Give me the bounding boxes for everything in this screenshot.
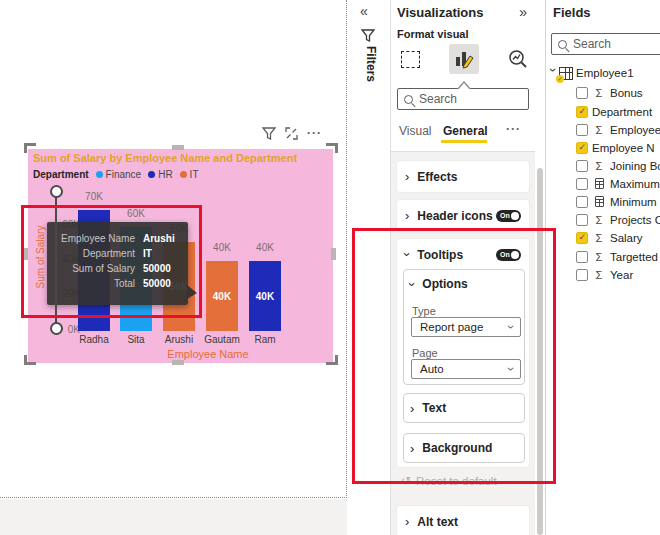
page-label: Page	[412, 347, 438, 359]
visualizations-title: Visualizations	[397, 5, 483, 20]
section-header-icons[interactable]: Header icons On	[396, 199, 530, 232]
pane-scrollbar[interactable]	[537, 168, 543, 535]
field-checkbox[interactable]	[576, 269, 588, 281]
data-label: 60K	[116, 208, 156, 219]
field-checkbox-checked[interactable]	[576, 142, 588, 154]
legend-item-finance[interactable]: Finance	[96, 169, 142, 180]
field-row-maximum[interactable]: Maximum Pr	[546, 175, 660, 193]
filter-funnel-icon[interactable]	[262, 127, 276, 140]
resize-handle[interactable]	[172, 360, 184, 365]
expand-chevron-icon[interactable]	[519, 4, 527, 20]
format-search-box[interactable]	[397, 88, 529, 110]
options-header[interactable]: Options	[404, 270, 524, 298]
axis-slider-handle-bottom[interactable]	[50, 322, 63, 335]
data-label: 40K	[202, 242, 242, 253]
field-checkbox[interactable]	[576, 214, 588, 226]
bar-gautam[interactable]: 40K	[206, 261, 238, 331]
dropdown-chevron-icon	[504, 325, 518, 329]
chevron-down-icon	[405, 282, 420, 286]
canvas-outside-area	[0, 499, 347, 535]
field-row-department[interactable]: Department	[546, 103, 652, 121]
field-checkbox[interactable]	[576, 124, 588, 136]
field-row-employee-id[interactable]: Employee Id	[546, 121, 660, 139]
tooltips-text-group[interactable]: Text	[403, 393, 525, 423]
field-checkbox-checked[interactable]	[576, 106, 588, 118]
field-checkbox[interactable]	[576, 178, 588, 190]
resize-handle[interactable]	[326, 143, 338, 153]
data-label: 40K	[245, 242, 285, 253]
bar-ram[interactable]: 40K	[249, 261, 281, 331]
field-row-targetted[interactable]: Targetted Pr	[546, 248, 660, 266]
field-checkbox[interactable]	[576, 251, 588, 263]
chevron-right-icon	[405, 169, 409, 184]
resize-handle[interactable]	[23, 248, 28, 260]
dashed-canvas-icon	[401, 51, 420, 68]
fields-title: Fields	[553, 5, 591, 20]
field-row-joining-bonus[interactable]: Joining Bonu	[546, 157, 660, 175]
more-options-icon[interactable]	[307, 126, 322, 140]
section-effects[interactable]: Effects	[396, 160, 530, 193]
focus-mode-icon[interactable]	[285, 127, 298, 140]
build-visual-icon[interactable]	[395, 44, 425, 74]
visualizations-pane: Visualizations Format visual Visual	[391, 0, 535, 535]
field-row-year[interactable]: Year	[546, 266, 633, 284]
resize-handle[interactable]	[172, 145, 184, 150]
field-checkbox[interactable]	[576, 196, 588, 208]
sigma-icon	[592, 269, 606, 281]
sigma-icon	[592, 214, 606, 226]
x-tick: Ram	[240, 334, 290, 345]
reset-to-default[interactable]: Reset to default	[401, 474, 497, 488]
chart-title: Sum of Salary by Employee Name and Depar…	[33, 152, 331, 164]
tab-visual[interactable]: Visual	[399, 124, 431, 138]
resize-handle[interactable]	[24, 355, 36, 365]
tooltips-background-group[interactable]: Background	[403, 433, 525, 463]
selected-icon-caret	[457, 81, 471, 89]
resize-handle[interactable]	[326, 355, 338, 365]
report-canvas[interactable]: Sum of Salary by Employee Name and Depar…	[0, 0, 347, 498]
format-search-input[interactable]	[419, 92, 522, 106]
collapse-chevron-icon[interactable]	[360, 3, 368, 19]
fields-search-box[interactable]	[551, 33, 660, 55]
tooltips-toggle[interactable]: On	[496, 249, 521, 261]
resize-handle[interactable]	[331, 248, 336, 260]
resize-handle[interactable]	[24, 143, 36, 153]
field-row-salary[interactable]: Salary	[546, 229, 643, 247]
format-visual-icon[interactable]	[449, 44, 479, 74]
header-icons-toggle[interactable]: On	[496, 210, 521, 222]
analytics-icon[interactable]	[503, 44, 533, 74]
tooltip-pointer	[187, 285, 197, 299]
axis-slider-handle-top[interactable]	[50, 185, 63, 198]
chevron-right-icon	[405, 208, 409, 223]
field-row-minimum[interactable]: Minimum Pr	[546, 193, 660, 211]
filters-pane-label[interactable]: Filters	[364, 46, 378, 82]
page-dropdown[interactable]: Auto	[411, 359, 521, 379]
filters-funnel-icon[interactable]	[361, 28, 375, 46]
legend-item-it[interactable]: IT	[180, 169, 199, 180]
chevron-down-icon	[400, 252, 415, 256]
axis-slider-track[interactable]	[55, 191, 57, 329]
sigma-icon	[592, 124, 606, 136]
legend-item-hr[interactable]: HR	[148, 169, 172, 180]
dropdown-chevron-icon	[504, 367, 518, 371]
type-label: Type	[412, 305, 436, 317]
tooltips-options-group: Options Type Report page Page Auto	[403, 269, 525, 385]
section-tooltips[interactable]: Tooltips On Options Type Report page Pag…	[396, 238, 530, 468]
data-label: 70K	[74, 191, 114, 202]
field-row-employee-name[interactable]: Employee N	[546, 139, 655, 157]
toggle-knob	[511, 212, 519, 220]
tabs-more-icon[interactable]	[506, 122, 521, 136]
reset-icon	[401, 474, 411, 488]
field-checkbox-checked[interactable]	[576, 232, 588, 244]
section-alt-text[interactable]: Alt text	[396, 505, 530, 535]
legend-title: Department	[33, 169, 89, 180]
calculator-icon	[592, 196, 606, 209]
toggle-knob	[511, 251, 519, 259]
type-dropdown[interactable]: Report page	[411, 317, 521, 337]
field-checkbox[interactable]	[576, 87, 588, 99]
tab-general[interactable]: General	[443, 124, 488, 138]
fields-search-input[interactable]	[573, 37, 660, 51]
field-checkbox[interactable]	[576, 160, 588, 172]
field-row-bonus[interactable]: Bonus	[546, 84, 643, 102]
field-row-projects[interactable]: Projects Cor	[546, 211, 660, 229]
table-employee1[interactable]: Employee1	[548, 64, 634, 82]
